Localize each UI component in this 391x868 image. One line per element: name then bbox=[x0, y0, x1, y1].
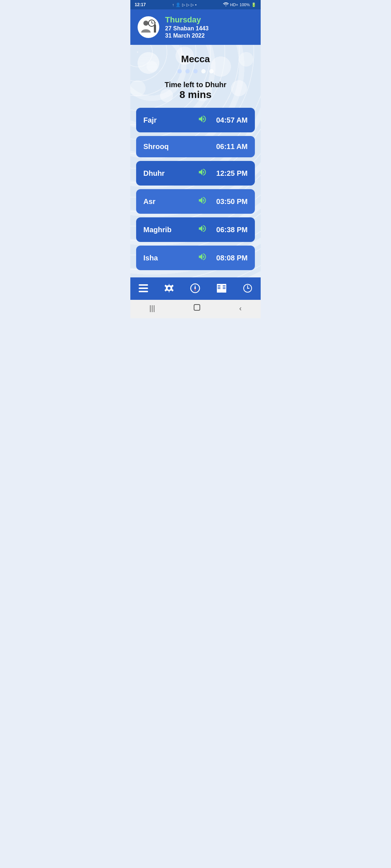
recent-apps-btn[interactable]: ||| bbox=[150, 304, 155, 312]
svg-rect-7 bbox=[139, 284, 148, 286]
prayer-time-maghrib: 06:38 PM bbox=[211, 226, 248, 234]
prayer-time-fajr: 04:57 AM bbox=[211, 116, 248, 124]
prayer-row-isha[interactable]: Isha 08:08 PM bbox=[136, 246, 255, 270]
svg-rect-20 bbox=[218, 285, 220, 286]
svg-rect-24 bbox=[223, 287, 226, 288]
status-time: 12:17 bbox=[135, 2, 146, 7]
svg-point-11 bbox=[168, 287, 171, 290]
prayer-row-shrooq[interactable]: Shrooq06:11 AM bbox=[136, 136, 255, 157]
prayer-name-maghrib: Maghrib bbox=[143, 226, 193, 234]
back-btn[interactable]: ‹ bbox=[239, 304, 242, 312]
city-name: Mecca bbox=[181, 54, 210, 65]
time-left-section: Time left to Dhuhr 8 mins bbox=[165, 81, 227, 101]
header-day: Thursday bbox=[165, 15, 209, 25]
nav-clock[interactable] bbox=[240, 282, 255, 297]
dots-row bbox=[177, 69, 214, 73]
signal-icon: HD+ bbox=[230, 3, 238, 7]
svg-rect-23 bbox=[223, 285, 226, 286]
nav-menu[interactable] bbox=[136, 283, 151, 296]
svg-point-0 bbox=[143, 21, 148, 26]
prayer-sound-fajr[interactable] bbox=[198, 114, 207, 126]
header-hijri: 27 Shaban 1443 bbox=[165, 25, 209, 32]
svg-rect-8 bbox=[139, 288, 148, 289]
dot-1 bbox=[177, 69, 182, 73]
prayer-time-dhuhr: 12:25 PM bbox=[211, 169, 248, 178]
prayer-name-fajr: Fajr bbox=[143, 116, 193, 124]
clock-icon bbox=[243, 284, 252, 295]
dot-5 bbox=[209, 69, 214, 73]
home-btn[interactable] bbox=[193, 303, 201, 313]
prayer-sound-asr[interactable] bbox=[198, 196, 207, 207]
dot-2 bbox=[185, 69, 190, 73]
svg-point-30 bbox=[247, 288, 248, 289]
svg-point-6 bbox=[154, 22, 156, 24]
prayer-name-dhuhr: Dhuhr bbox=[143, 169, 193, 178]
app-logo bbox=[138, 16, 159, 38]
prayer-sound-maghrib[interactable] bbox=[198, 224, 207, 235]
prayer-sound-dhuhr[interactable] bbox=[198, 167, 207, 179]
svg-rect-25 bbox=[223, 288, 226, 289]
upload-icon: ↑ bbox=[172, 3, 174, 7]
prayer-name-isha: Isha bbox=[143, 254, 193, 262]
main-content: Mecca Time left to Dhuhr 8 mins Fajr 04:… bbox=[130, 45, 261, 277]
dot-4 bbox=[201, 69, 206, 73]
prayer-time-shrooq: 06:11 AM bbox=[211, 142, 248, 151]
svg-rect-31 bbox=[194, 305, 200, 310]
compass-icon bbox=[190, 283, 200, 295]
book-icon bbox=[216, 284, 227, 295]
prayer-row-fajr[interactable]: Fajr 04:57 AM bbox=[136, 108, 255, 132]
play-icon-2: ▷ bbox=[186, 3, 189, 7]
svg-rect-21 bbox=[218, 287, 220, 288]
prayers-list: Fajr 04:57 AMShrooq06:11 AMDhuhr 12:25 P… bbox=[136, 108, 255, 270]
battery-text: 100% bbox=[240, 3, 250, 7]
header-gregorian: 31 March 2022 bbox=[165, 33, 209, 39]
menu-icon bbox=[139, 284, 148, 294]
prayer-time-asr: 03:50 PM bbox=[211, 197, 248, 206]
time-left-value: 8 mins bbox=[165, 89, 227, 101]
prayer-row-dhuhr[interactable]: Dhuhr 12:25 PM bbox=[136, 161, 255, 186]
dot-3 bbox=[193, 69, 198, 73]
header-info: Thursday 27 Shaban 1443 31 March 2022 bbox=[165, 15, 209, 39]
prayer-time-isha: 08:08 PM bbox=[211, 254, 248, 262]
prayer-row-asr[interactable]: Asr 03:50 PM bbox=[136, 189, 255, 214]
person-icon: 👤 bbox=[176, 3, 181, 7]
prayer-sound-isha[interactable] bbox=[198, 252, 207, 264]
system-nav: ||| ‹ bbox=[130, 300, 261, 318]
svg-point-16 bbox=[194, 288, 196, 289]
prayer-name-asr: Asr bbox=[143, 197, 193, 206]
play-icon-1: ▷ bbox=[182, 3, 185, 7]
svg-rect-4 bbox=[154, 25, 156, 33]
nav-settings[interactable] bbox=[161, 282, 177, 297]
time-left-label: Time left to Dhuhr bbox=[165, 81, 227, 89]
svg-rect-9 bbox=[139, 291, 148, 292]
wifi-icon bbox=[223, 2, 229, 7]
play-icon-3: ▷ bbox=[191, 3, 194, 7]
svg-rect-22 bbox=[218, 288, 220, 289]
nav-quran[interactable] bbox=[214, 282, 230, 297]
status-bar: 12:17 ↑ 👤 ▷ ▷ ▷ • HD+ 100% 🔋 bbox=[130, 0, 261, 9]
bottom-nav bbox=[130, 277, 261, 300]
gear-icon bbox=[164, 284, 174, 295]
status-icons: ↑ 👤 ▷ ▷ ▷ • bbox=[172, 3, 196, 7]
prayer-name-shrooq: Shrooq bbox=[143, 142, 203, 151]
dot-icon: • bbox=[195, 3, 197, 7]
prayer-row-maghrib[interactable]: Maghrib 06:38 PM bbox=[136, 217, 255, 242]
header: Thursday 27 Shaban 1443 31 March 2022 bbox=[130, 9, 261, 45]
nav-qibla[interactable] bbox=[187, 282, 203, 297]
battery-icon: 🔋 bbox=[251, 3, 256, 7]
status-right: HD+ 100% 🔋 bbox=[223, 2, 256, 7]
